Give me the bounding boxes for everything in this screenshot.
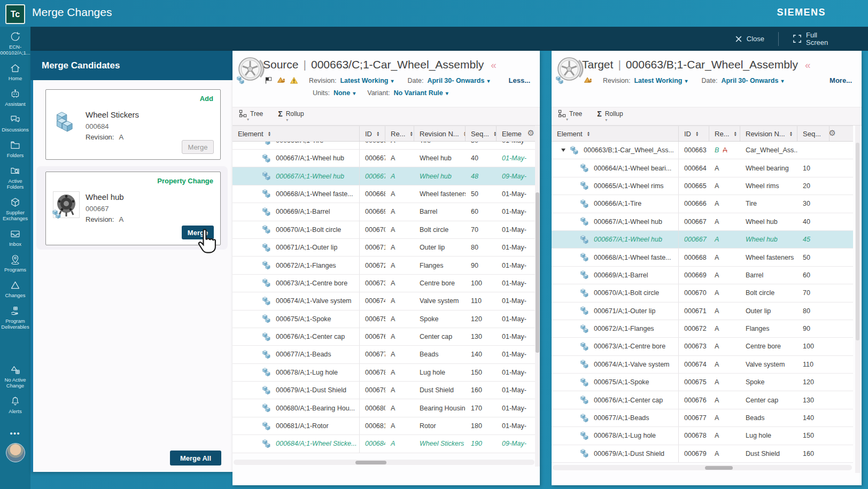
target-vertical-scrollbar[interactable] [855,126,860,473]
tree-view-button[interactable]: Tree [239,110,263,121]
column-settings-icon[interactable]: ⚙ [528,128,534,138]
table-row[interactable]: 000667/A;1-Wheel hub000667AWheel hub45 [552,231,853,249]
sort-icon: ▲▼ [587,131,590,137]
table-row[interactable]: 000663/B;1-Car_Wheel_Ass...000663BACar_W… [552,142,853,159]
table-row[interactable]: 000677/A;1-Beads000677ABeads140 [552,409,853,427]
table-row[interactable]: 000667/A;1-Wheel hub000667AWheel hub4809… [232,167,536,185]
revision-dropdown[interactable]: Latest Working [634,77,687,84]
sidebar-item-assistant[interactable]: Assistant [5,88,26,107]
table-row[interactable]: 000664/A;1-Wheel beari...000664AWheel be… [552,159,853,177]
avatar[interactable] [6,443,25,462]
merge-candidate-card-wheel-stickers[interactable]: Add Wheel Stickers 000684 Revision:A Mer… [45,89,221,160]
column-settings-icon[interactable]: ⚙ [829,128,836,138]
revision-cell: A [709,213,740,230]
table-row[interactable]: 000669/A;1-Barrel000669ABarrel6001-May- [232,203,536,221]
column-header-re[interactable]: Re...▲▼ [709,126,740,141]
rollup-button[interactable]: ΣRollup [278,110,304,122]
table-row[interactable]: 000676/A;1-Center cap000676ACenter cap13… [232,328,536,346]
variant-dropdown[interactable]: No Variant Rule [393,89,448,97]
date-dropdown[interactable]: April 30- Onwards [427,77,490,84]
less-toggle[interactable]: Less... [509,76,532,84]
tree-view-button[interactable]: Tree [558,110,582,121]
element-cell: 000675/A;1-Spoke [232,311,360,328]
sidebar-item-more[interactable]: ••• [10,430,21,436]
table-row[interactable]: 000668/A;1-Wheel faste...000668AWheel fa… [552,249,853,266]
table-row[interactable]: 000677/A;1-Beads000677ABeads14001-May- [232,346,536,363]
sidebar-item-program-deliverables[interactable]: ProgramDeliverables [1,305,29,330]
source-vertical-scrollbar[interactable] [535,126,540,467]
table-row[interactable]: 000680/A;1-Bearing Hou...000680ABearing … [232,399,536,417]
sidebar-item-discussions[interactable]: Discussions [2,114,29,133]
table-row[interactable]: 000670/A;1-Bolt circle000670ABolt circle… [552,284,853,302]
more-toggle[interactable]: More... [830,76,854,84]
column-header-revisionn[interactable]: Revision N...▲▼ [740,126,797,141]
sidebar-item-no-active-change[interactable]: No ActiveChange [4,364,26,389]
sidebar-item-home[interactable]: Home [9,63,22,81]
table-row[interactable]: 000684/A;1-Wheel Sticke...000684AWheel S… [232,435,536,453]
rollup-button[interactable]: ΣRollup [597,110,623,122]
column-header-revisionn[interactable]: Revision N...▲▼ [414,126,466,141]
fullscreen-button[interactable]: Full Screen [793,32,833,46]
table-row[interactable]: 000673/A;1-Centre bore000673ACentre bore… [552,338,853,355]
sidebar-item-profile[interactable] [6,443,25,462]
sidebar-item-ecn[interactable]: ECN-000102/A;1... [0,31,30,56]
table-row[interactable]: 000678/A;1-Lug hole000678ALug hole150 [552,427,853,445]
merge-button-disabled[interactable]: Merge [182,140,214,154]
expand-caret[interactable] [561,149,565,152]
source-horizontal-scrollbar[interactable] [234,460,534,465]
revision-cell: A [709,409,740,426]
units-dropdown[interactable]: None [334,89,355,97]
table-row[interactable]: 000673/A;1-Centre bore000673ACentre bore… [232,275,536,292]
sidebar-item-programs[interactable]: Programs [4,254,26,273]
table-row[interactable]: 000675/A;1-Spoke000675ASpoke12001-May- [232,311,536,328]
table-row[interactable]: 000669/A;1-Barrel000669ABarrel60 [552,267,853,284]
sidebar-item-changes[interactable]: Changes [5,280,25,298]
table-row[interactable]: 000681/A;1-Rotor000681ARotor18001-May- [232,417,536,435]
table-row[interactable]: 000679/A;1-Dust Shield000679ADust Shield… [552,445,853,463]
target-horizontal-scrollbar[interactable] [553,465,852,470]
element-label: 000673/A;1-Centre bore [594,343,665,350]
column-header-element[interactable]: Element▲▼ [232,126,360,141]
column-header-seq[interactable]: Seq...▲▼ [466,126,497,141]
sigma-icon: Σ [278,110,282,118]
column-header-re[interactable]: Re...▲▼ [385,126,414,141]
table-row[interactable]: 000679/A;1-Dust Shield000679ADust Shield… [232,382,536,399]
table-row[interactable]: 000675/A;1-Spoke000675ASpoke120 [552,374,853,391]
table-row[interactable]: 000667/A;1-Wheel hub000667AWheel hub4001… [232,150,536,167]
revision-cell: A [709,356,740,373]
table-row[interactable]: 000678/A;1-Lug hole000678ALug hole15001-… [232,364,536,382]
column-header-element[interactable]: Element▲▼ [552,126,679,141]
table-row[interactable]: 000674/A;1-Valve system000674AValve syst… [232,292,536,310]
filler-cell [830,391,853,408]
table-row[interactable]: 000672/A;1-Flanges000672AFlanges9001-May… [232,257,536,274]
table-row[interactable]: 000665/A;1-Wheel rims000665AWheel rims20 [552,177,853,195]
table-row[interactable]: 000672/A;1-Flanges000672AFlanges90 [552,320,853,338]
more-options-icon[interactable]: ••• [10,430,21,436]
revision-cell: A [385,275,414,292]
element-cell: 000679/A;1-Dust Shield [552,445,679,462]
collapse-panel-button[interactable]: « [491,59,497,71]
column-header-seq[interactable]: Seq... [797,126,830,141]
sidebar-item-active-folders[interactable]: ActiveFolders [7,165,24,190]
table-row[interactable]: 000668/A;1-Wheel faste...000668AWheel fa… [232,185,536,203]
sidebar-item-supplier-exchanges[interactable]: SupplierExchanges [3,197,28,221]
candidate-title: Wheel hub [86,192,124,201]
date-dropdown[interactable]: April 30- Onwards [721,77,784,84]
column-header-id[interactable]: ID▲▼ [360,126,385,141]
table-row[interactable]: 000666/A;1-Tire000666ATire30 [552,195,853,213]
table-row[interactable]: 000676/A;1-Center cap000676ACenter cap13… [552,391,853,409]
table-row[interactable]: 000667/A;1-Wheel hub000667AWheel hub40 [552,213,853,231]
table-row[interactable]: 000670/A;1-Bolt circle000670ABolt circle… [232,221,536,239]
sidebar-item-folders[interactable]: Folders [7,139,24,158]
merge-all-button[interactable]: Merge All [170,451,221,465]
revision-dropdown[interactable]: Latest Working [340,77,393,84]
column-header-id[interactable]: ID▲▼ [679,126,709,141]
table-row[interactable]: 000671/A;1-Outer lip000671AOuter lip80 [552,302,853,320]
table-row[interactable]: 000674/A;1-Valve system000674AValve syst… [552,356,853,374]
collapse-panel-button[interactable]: « [805,59,811,71]
table-row[interactable]: 000671/A;1-Outer lip000671AOuter lip8001… [232,239,536,257]
close-button[interactable]: Close [735,35,764,43]
table-row[interactable]: 000666/A;1-Tire000666ATire3001-May- [232,142,536,150]
sidebar-item-inbox[interactable]: Inbox [9,228,21,247]
sidebar-item-alerts[interactable]: Alerts [9,395,21,414]
